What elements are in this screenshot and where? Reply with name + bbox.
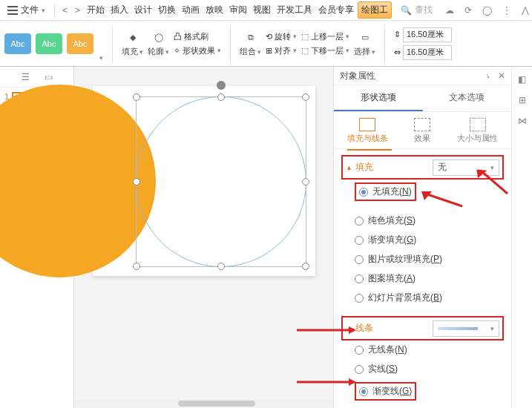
handle-n[interactable] [217,93,225,101]
bring-forward-button[interactable]: ⬚上移一层▾ [301,31,349,42]
menu-slideshow[interactable]: 放映 [203,1,226,19]
subtab-size[interactable]: 大小与属性 [457,118,498,144]
bring-forward-label: 上移一层 [311,31,344,42]
backward-icon: ⬚ [301,46,309,56]
slide[interactable] [93,86,315,276]
rotate-button[interactable]: ⟲旋转▾ [266,31,297,42]
expand-icon[interactable]: ⋀ [522,5,529,16]
horizontal-scrollbar[interactable] [74,399,333,408]
send-backward-button[interactable]: ⬚下移一层▾ [301,45,349,56]
subtab-fill-line[interactable]: 填充与线条 [347,118,388,144]
handle-nw[interactable] [133,93,140,101]
menu-design[interactable]: 设计 [132,1,154,19]
file-menu[interactable]: 文件 ▾ [3,2,50,18]
radio-icon [355,236,364,245]
height-input[interactable]: 16.50厘米 [403,27,452,42]
file-label: 文件 [21,4,39,16]
sync-icon[interactable]: ⟳ [464,5,472,16]
fill-solid-label: 纯色填充(S) [368,214,416,227]
user-icon[interactable]: ◯ [482,5,492,16]
close-icon[interactable]: ✕ [498,70,505,81]
menu-devtools[interactable]: 开发工具 [275,1,315,19]
subtab-effects[interactable]: 效果 [414,118,430,144]
format-painter-button[interactable]: 凸格式刷 [174,31,221,42]
line-combo[interactable]: ▾ [433,320,499,337]
selected-circle-shape[interactable] [136,96,306,267]
group-icon: ⧉ [243,30,258,45]
fill-button[interactable]: ◆ 填充▾ [122,30,143,57]
line-gradient-radio[interactable]: 渐变线(G) [359,385,412,398]
fill-picture-radio[interactable]: 图片或纹理填充(P) [355,253,504,266]
style-swatch-2[interactable]: Abc [36,33,62,54]
fill-label: 填充 [122,46,138,57]
radio-icon [355,365,364,374]
line-solid-radio[interactable]: 实线(S) [355,363,504,375]
menu-review[interactable]: 审阅 [227,1,249,19]
fill-gradient-label: 渐变填充(G) [368,234,416,246]
select-button[interactable]: ▭ 选择▾ [354,30,375,57]
handle-se[interactable] [302,263,309,270]
menu-drawing-tools[interactable]: 绘图工 [358,1,392,19]
search-placeholder: 查找 [415,4,433,16]
align-icon: ⊞ [266,46,272,56]
fill-slidebg-radio[interactable]: 幻灯片背景填充(B) [355,292,504,304]
group-button[interactable]: ⧉ 组合▾ [240,30,261,57]
svg-marker-5 [474,168,487,178]
collapse-icon: ▲ [346,325,352,332]
sidebar-tool-settings[interactable]: ⋈ [518,116,527,126]
style-swatch-3[interactable]: Abc [67,33,93,54]
sidebar-tool-1[interactable]: ◧ [518,74,526,85]
handle-w[interactable] [133,178,140,185]
fill-picture-label: 图片或纹理填充(P) [368,253,442,266]
outline-view-icon[interactable]: ☰ [22,72,30,82]
tab-text-options[interactable]: 文本选项 [423,85,512,111]
outline-button[interactable]: ◯ 轮廓▾ [148,30,169,57]
menu-start[interactable]: 开始 [85,1,107,19]
handle-sw[interactable] [133,263,140,270]
nav-forward[interactable]: > [72,4,83,17]
canvas[interactable] [74,67,333,408]
align-button[interactable]: ⊞对齐▾ [266,45,297,56]
cloud-icon[interactable]: ☁ [445,5,454,16]
menu-insert[interactable]: 插入 [108,1,131,19]
menu-transition[interactable]: 切换 [156,1,178,19]
shape-effects-button[interactable]: ✧形状效果▾ [174,45,221,56]
align-label: 对齐 [275,45,291,56]
handle-ne[interactable] [302,93,309,101]
fill-section-header[interactable]: ▲ 填充 [346,158,428,177]
pin-icon[interactable]: ⭏ [486,70,490,81]
thumbnail-view-icon[interactable]: ▭ [45,72,53,82]
shape-effects-label: 形状效果 [183,45,215,56]
svg-line-4 [482,171,508,194]
hamburger-icon [7,6,18,15]
fill-line-icon [359,118,375,131]
annotation-arrow [421,191,466,209]
fill-none-radio[interactable]: 无填充(N) [359,185,412,198]
line-section-header[interactable]: ▲ 线条 [346,319,428,338]
search-box[interactable]: 🔍 查找 [401,4,433,16]
fill-solid-radio[interactable]: 纯色填充(S) [355,214,504,227]
rotate-handle[interactable] [217,81,226,90]
menu-view[interactable]: 视图 [251,1,273,19]
selection-box[interactable] [136,96,306,267]
style-swatch-1[interactable]: Abc [4,33,31,54]
more-icon[interactable]: ⋮ [502,5,511,16]
handle-e[interactable] [302,178,309,185]
format-painter-label: 格式刷 [184,31,208,42]
nav-back[interactable]: < [59,4,70,17]
scrollbar-thumb[interactable] [178,401,256,407]
fill-none-label: 无填充(N) [372,185,412,198]
fill-pattern-radio[interactable]: 图案填充(A) [355,272,504,285]
fill-gradient-radio[interactable]: 渐变填充(G) [355,234,504,246]
sidebar-tool-2[interactable]: ⊞ [519,95,526,105]
swatch-more[interactable]: ▾ [99,54,103,66]
menu-member[interactable]: 会员专享 [316,1,356,19]
menu-animation[interactable]: 动画 [180,1,202,19]
handle-s[interactable] [217,263,225,270]
chevron-down-icon: ▾ [490,325,494,332]
line-none-radio[interactable]: 无线条(N) [355,343,504,356]
tab-shape-options[interactable]: 形状选项 [334,85,423,111]
width-input[interactable]: 16.50厘米 [403,45,452,60]
fill-pattern-label: 图案填充(A) [368,272,416,285]
line-none-label: 无线条(N) [368,343,407,356]
